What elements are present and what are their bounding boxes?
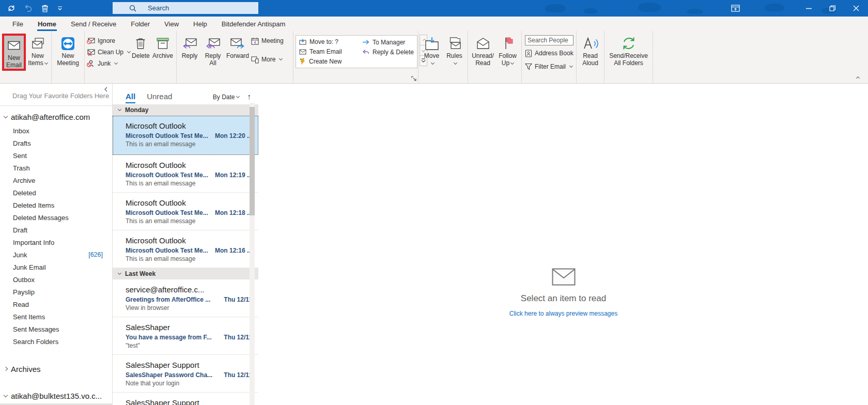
- scrollbar-thumb[interactable]: [250, 107, 255, 215]
- archive-button[interactable]: Archive: [151, 34, 174, 59]
- new-meeting-button[interactable]: New Meeting: [54, 34, 82, 67]
- sort-direction-arrow-up-icon[interactable]: ↑: [247, 92, 252, 101]
- folder-item-deleted-items[interactable]: Deleted Items: [0, 199, 112, 211]
- new-items-button[interactable]: New Items: [27, 34, 49, 67]
- email-list-item[interactable]: SalesShaper Support: [113, 393, 258, 405]
- account-name: atikah@bulktest135.vo.c...: [11, 392, 102, 400]
- flag-icon: [502, 35, 514, 52]
- rules-button[interactable]: Rules: [444, 34, 466, 67]
- close-icon[interactable]: [844, 0, 868, 17]
- delete-button[interactable]: Delete: [131, 34, 150, 59]
- filter-tab-unread[interactable]: Unread: [147, 92, 172, 101]
- folder-item-draft[interactable]: Draft: [0, 224, 112, 236]
- quick-step-reply-delete[interactable]: Reply & Delete: [362, 47, 414, 57]
- search-people-input[interactable]: Search People: [525, 35, 574, 45]
- folder-item-outbox[interactable]: Outbox: [0, 273, 112, 286]
- message-list-scrollbar[interactable]: [250, 103, 255, 405]
- chevron-down-icon[interactable]: [4, 114, 8, 118]
- folder-item-sent-messages[interactable]: Sent Messages: [0, 323, 112, 335]
- folder-item-payslip[interactable]: Payslip: [0, 286, 112, 298]
- group-header-last-week[interactable]: Last Week: [113, 268, 258, 279]
- email-list-item[interactable]: service@afteroffice.c...Greetings from A…: [113, 279, 258, 317]
- forward-button[interactable]: Forward: [225, 34, 250, 59]
- folder-item-archive[interactable]: Archive: [0, 174, 112, 186]
- folder-item-drafts[interactable]: Drafts: [0, 137, 112, 149]
- quick-step-move-to[interactable]: Move to: ?: [299, 37, 356, 47]
- undo-icon[interactable]: [24, 4, 33, 12]
- folder-name: Junk Email: [13, 263, 46, 271]
- search-placeholder: Search: [148, 4, 169, 12]
- account-header-archives[interactable]: Archives: [0, 361, 112, 377]
- follow-up-button[interactable]: Follow Up: [497, 34, 519, 67]
- folder-item-deleted-messages[interactable]: Deleted Messages: [0, 211, 112, 224]
- menu-tab-file[interactable]: File: [5, 17, 30, 31]
- folder-item-junk-email[interactable]: Junk Email: [0, 261, 112, 273]
- folder-item-trash[interactable]: Trash: [0, 162, 112, 174]
- account-header-atikah-bulktest135-vo-c[interactable]: atikah@bulktest135.vo.c...: [0, 388, 112, 403]
- quick-steps-dialog-launcher-icon[interactable]: [411, 76, 416, 81]
- ribbon-display-options-icon[interactable]: [726, 0, 744, 17]
- email-list-item[interactable]: Microsoft OutlookMicrosoft Outlook Test …: [113, 155, 258, 193]
- email-list-item[interactable]: Microsoft OutlookMicrosoft Outlook Test …: [113, 230, 258, 268]
- menu-tab-home[interactable]: Home: [30, 17, 64, 31]
- collapse-ribbon-icon[interactable]: [854, 74, 861, 81]
- minimize-folder-pane-icon[interactable]: [104, 87, 108, 92]
- folder-item-junk[interactable]: Junk[626]: [0, 248, 112, 261]
- sync-icon[interactable]: [7, 4, 16, 12]
- quick-step-to-manager[interactable]: To Manager: [362, 37, 414, 47]
- new-email-button[interactable]: New Email: [2, 34, 26, 71]
- customize-qat-chevron-icon[interactable]: [57, 6, 63, 11]
- ignore-button[interactable]: Ignore: [87, 35, 130, 46]
- menu-tab-folder[interactable]: Folder: [123, 17, 157, 31]
- email-time: Mon 12:18 ...: [215, 209, 252, 216]
- send-receive-all-button[interactable]: Send/Receive All Folders: [609, 34, 649, 67]
- menu-tab-send-receive[interactable]: Send / Receive: [64, 17, 123, 31]
- ribbon-group-find: Search People Address Book Filter Email: [522, 31, 577, 83]
- address-book-button[interactable]: Address Book: [525, 48, 574, 59]
- filter-tab-all[interactable]: All: [126, 92, 135, 101]
- folder-item-deleted[interactable]: Deleted: [0, 186, 112, 199]
- chevron-down-icon[interactable]: [4, 393, 8, 397]
- meeting-button[interactable]: Meeting: [251, 35, 290, 46]
- clean-up-button[interactable]: Clean Up: [87, 46, 130, 58]
- email-list-item[interactable]: SalesShaper SupportSalesShaper Password …: [113, 355, 258, 393]
- email-list-item[interactable]: Microsoft OutlookMicrosoft Outlook Test …: [113, 193, 258, 230]
- quick-step-create-new[interactable]: Create New: [299, 56, 356, 66]
- move-button[interactable]: Move: [421, 34, 443, 67]
- folder-item-sent[interactable]: Sent: [0, 149, 112, 162]
- folder-item-important-info[interactable]: Important Info: [0, 236, 112, 248]
- email-list-item[interactable]: Microsoft OutlookMicrosoft Outlook Test …: [113, 116, 258, 155]
- address-book-label: Address Book: [535, 50, 574, 57]
- folder-item-read[interactable]: Read: [0, 298, 112, 310]
- folder-item-sent-items[interactable]: Sent Items: [0, 310, 112, 323]
- folder-item-inbox[interactable]: Inbox: [0, 124, 112, 137]
- menu-tab-bitdefender-antispam[interactable]: Bitdefender Antispam: [214, 17, 293, 31]
- restore-icon[interactable]: [820, 0, 844, 17]
- more-button[interactable]: More: [251, 54, 290, 65]
- account-header-atikah-afteroffice-com[interactable]: atikah@afteroffice.com: [0, 109, 112, 124]
- filter-email-button[interactable]: Filter Email: [525, 61, 574, 72]
- group-header-monday[interactable]: Monday: [113, 104, 258, 116]
- delete-icon[interactable]: [41, 4, 49, 12]
- email-subject: Microsoft Outlook Test Me...: [126, 247, 208, 254]
- ribbon-empty-space: [653, 31, 868, 83]
- menu-tab-view[interactable]: View: [157, 17, 186, 31]
- search-bar[interactable]: Search: [113, 2, 258, 14]
- email-list-item[interactable]: SalesShaperYou have a message from F...T…: [113, 317, 258, 355]
- junk-button[interactable]: Junk: [87, 58, 130, 69]
- minimize-icon[interactable]: [797, 0, 820, 17]
- chevron-right-icon[interactable]: [4, 367, 8, 371]
- unread-read-button[interactable]: Unread/ Read: [471, 34, 495, 67]
- reply-button[interactable]: Reply: [179, 34, 200, 59]
- reply-all-button[interactable]: Reply All: [202, 34, 224, 67]
- menu-tab-help[interactable]: Help: [186, 17, 214, 31]
- quick-step-team-email[interactable]: Team Email: [299, 47, 356, 57]
- sort-by-date-dropdown[interactable]: By Date: [213, 94, 239, 101]
- folder-name: Deleted Items: [13, 201, 54, 209]
- always-preview-link[interactable]: Click here to always preview messages: [509, 310, 617, 317]
- new-items-icon: [31, 35, 44, 52]
- email-sender: Microsoft Outlook: [126, 161, 252, 170]
- read-aloud-button[interactable]: Read Aloud: [579, 34, 602, 67]
- folder-item-search-folders[interactable]: Search Folders: [0, 335, 112, 348]
- unread-read-label: Unread/ Read: [471, 52, 495, 67]
